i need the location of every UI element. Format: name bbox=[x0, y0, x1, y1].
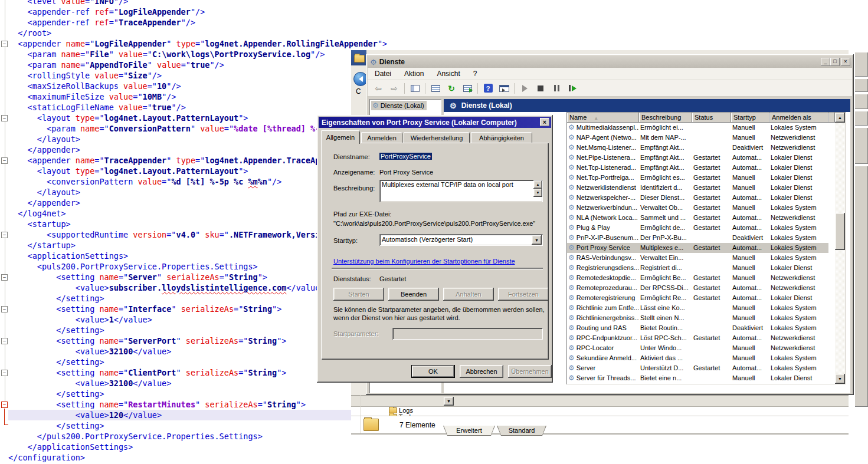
fold-toggle-icon[interactable]: − bbox=[1, 274, 8, 281]
service-name-value[interactable]: PortProxyService bbox=[379, 153, 432, 160]
service-row[interactable]: ⚙ Plug & PlayErmöglicht de...GestartetAu… bbox=[567, 223, 828, 233]
tab-allgemein[interactable]: Allgemein bbox=[321, 130, 360, 144]
service-row[interactable]: ⚙ Net.Tcp-Listenerad...Empfängt Akt...Ge… bbox=[567, 163, 828, 173]
forward-icon[interactable]: ⇨ bbox=[388, 83, 400, 94]
dropdown-button[interactable]: ▼ bbox=[444, 397, 454, 406]
service-row[interactable]: ⚙ Richtlinienergebniss...Stellt einen N.… bbox=[567, 313, 828, 323]
code-line: <param name="AppendToFile" value="true"/… bbox=[8, 60, 387, 70]
properties-icon[interactable] bbox=[430, 83, 441, 94]
stop-service-icon[interactable] bbox=[535, 83, 546, 94]
column-header-name[interactable]: Name▲ bbox=[567, 113, 639, 123]
starttype-label: Starttyp: bbox=[333, 237, 358, 244]
service-row[interactable]: ⚙ Net.Msmq-Listener...Empfängt Akt...Dea… bbox=[567, 143, 828, 153]
tree-item-label: Dienste (Lokal) bbox=[381, 102, 424, 109]
divider bbox=[361, 395, 361, 433]
menu-item-aktion[interactable]: Aktion bbox=[404, 70, 424, 78]
code-line: <maximumFileSize value="10MB"/> bbox=[8, 91, 387, 102]
fold-toggle-icon[interactable]: − bbox=[1, 370, 8, 376]
service-row[interactable]: ⚙ NetzwerklistendienstIdentifiziert d...… bbox=[567, 183, 828, 193]
explorer-window-edge bbox=[351, 433, 849, 435]
tree-item-dienste-lokal[interactable]: ⚙ Dienste (Lokal) bbox=[371, 101, 427, 110]
fold-toggle-icon[interactable]: − bbox=[1, 338, 8, 344]
service-row[interactable]: ⚙ RPC-Endpunktzuor...Löst RPC-Sch...Gest… bbox=[567, 333, 828, 343]
tab-erweitert[interactable]: Erweitert bbox=[443, 426, 495, 436]
help-icon[interactable]: ? bbox=[482, 83, 494, 94]
tab-anmelden[interactable]: Anmelden bbox=[361, 132, 402, 143]
abbrechen-button[interactable]: Abbrechen bbox=[460, 365, 503, 378]
display-name-value: Port Proxy Service bbox=[379, 169, 433, 176]
service-row[interactable]: ⚙ Port Proxy ServiceMultiplexes e...Gest… bbox=[567, 243, 828, 253]
scroll-down-icon[interactable]: ▼ bbox=[835, 374, 845, 384]
service-row[interactable]: ⚙ Registrierungsdiens...Registriert di..… bbox=[567, 263, 828, 273]
services-titlebar[interactable]: ⚙ Dienste _ □ × bbox=[368, 56, 852, 68]
starttype-value: Automatisch (Verzögerter Start) bbox=[382, 236, 473, 243]
fold-toggle-icon[interactable]: − bbox=[1, 232, 8, 238]
fold-toggle-icon[interactable]: − bbox=[1, 41, 8, 47]
fold-toggle-icon[interactable]: − bbox=[1, 115, 8, 121]
service-row[interactable]: ⚙ Remoteprozedurau...Der RPCSS-Di...Gest… bbox=[567, 283, 828, 293]
dialog-titlebar[interactable]: Eigenschaften von Port Proxy Service (Lo… bbox=[319, 117, 551, 128]
back-icon[interactable]: ⇦ bbox=[372, 83, 384, 94]
column-header-beschreibung[interactable]: Beschreibung bbox=[639, 113, 692, 123]
show-console-tree-icon[interactable] bbox=[409, 83, 421, 94]
service-row[interactable]: ⚙ NAP-Agent (Netwo...Mit dem NAP-...Manu… bbox=[567, 133, 828, 143]
column-header-status[interactable]: Status bbox=[692, 113, 731, 123]
beenden-button[interactable]: Beenden bbox=[388, 288, 439, 301]
fold-toggle-icon[interactable]: − bbox=[1, 157, 8, 164]
close-icon[interactable]: × bbox=[540, 118, 549, 126]
service-row[interactable]: ⚙ Netzwerkverbindun...Verwaltet Ob...Ges… bbox=[567, 203, 828, 213]
close-icon[interactable]: × bbox=[841, 58, 850, 66]
refresh-icon[interactable]: ↻ bbox=[446, 83, 457, 94]
service-row[interactable]: ⚙ Netzwerkspeicher-...Dieser Dienst...Ge… bbox=[567, 193, 828, 203]
service-row[interactable]: ⚙ Richtlinie zum Entfe...Lässt eine Ko..… bbox=[567, 303, 828, 313]
fold-toggle-icon[interactable]: − bbox=[1, 306, 8, 312]
startoptions-help-link[interactable]: Unterstützung beim Konfigurieren der Sta… bbox=[333, 258, 515, 265]
startparams-info-line2: wenn der Dienst von hier aus gestartet w… bbox=[333, 314, 546, 322]
scroll-up-icon[interactable]: ▲ bbox=[835, 113, 845, 123]
gear-icon: ⚙ bbox=[568, 294, 575, 302]
scroll-down-icon[interactable]: ▼ bbox=[533, 189, 542, 197]
export-list-icon[interactable] bbox=[461, 83, 473, 94]
column-header-starttyp[interactable]: Starttyp bbox=[731, 113, 769, 123]
service-row[interactable]: ⚙ ServerUnterstützt D...GestartetAutomat… bbox=[567, 363, 828, 373]
service-row[interactable]: ⚙ PnP-X-IP-Busenum...Der PnP-X-Bu...Deak… bbox=[567, 233, 828, 243]
menu-bar: Datei Aktion Ansicht ? bbox=[368, 68, 852, 80]
service-row[interactable]: ⚙ RPC-LocatorUnter Windo...ManuellNetzwe… bbox=[567, 343, 828, 353]
code-line: <maxSizeRollBackups value="10"/> bbox=[8, 81, 387, 91]
maximize-button[interactable]: □ bbox=[830, 58, 840, 66]
scroll-up-icon[interactable]: ▲ bbox=[533, 180, 542, 189]
changed-block-marker-hook bbox=[4, 424, 8, 425]
service-row[interactable]: ⚙ Server für Threads...Bietet eine n...M… bbox=[567, 373, 828, 383]
exe-path-label: Pfad zur EXE-Datei: bbox=[333, 210, 391, 218]
column-header-anmelden-als[interactable]: Anmelden als bbox=[769, 113, 828, 123]
description-field[interactable]: Multiplexes external TCP/IP data on loca… bbox=[379, 180, 543, 202]
fold-toggle-icon[interactable]: − bbox=[1, 402, 8, 408]
service-row[interactable]: ⚙ Net.Pipe-Listenera...Empfängt Akt...Ge… bbox=[567, 153, 828, 163]
menu-item-hilfe[interactable]: ? bbox=[473, 70, 477, 78]
vertical-scrollbar[interactable]: ▲ ▼ bbox=[835, 113, 845, 384]
chevron-down-icon[interactable]: ▼ bbox=[532, 235, 542, 245]
tab-standard[interactable]: Standard bbox=[497, 426, 546, 436]
tab-abhaengigkeiten[interactable]: Abhängigkeiten bbox=[471, 132, 532, 143]
start-service-icon[interactable] bbox=[519, 83, 530, 94]
extended-view-icon[interactable] bbox=[498, 83, 510, 94]
service-row[interactable]: ⚙ Remotedesktopdie...Ermöglicht Be...Ges… bbox=[567, 273, 828, 283]
menu-item-ansicht[interactable]: Ansicht bbox=[437, 70, 460, 78]
service-row[interactable]: ⚙ RemoteregistrierungErmöglicht Re...Ges… bbox=[567, 293, 828, 303]
starttype-combobox[interactable]: Automatisch (Verzögerter Start) ▼ bbox=[379, 234, 543, 246]
scrollbar-thumb[interactable] bbox=[835, 213, 845, 250]
service-row[interactable]: ⚙ Net.Tcp-Portfreiga...Ermöglicht es...G… bbox=[567, 173, 828, 183]
startparams-input[interactable] bbox=[392, 328, 543, 340]
ok-button[interactable]: OK bbox=[411, 365, 455, 378]
code-line: <appender-ref ref="LogFileAppender"/> bbox=[8, 6, 387, 17]
pause-service-icon[interactable] bbox=[551, 83, 562, 94]
minimize-button[interactable]: _ bbox=[821, 58, 830, 66]
service-row[interactable]: ⚙ RAS-Verbindungsv...Verwaltet Ein...Man… bbox=[567, 253, 828, 263]
service-row[interactable]: ⚙ Routing und RASBietet Routin...Deaktiv… bbox=[567, 323, 828, 333]
tab-wiederherstellung[interactable]: Wiederherstellung bbox=[404, 132, 470, 143]
menu-item-datei[interactable]: Datei bbox=[375, 70, 391, 78]
restart-service-icon[interactable] bbox=[566, 83, 578, 94]
service-row[interactable]: ⚙ NLA (Network Loca...Sammelt und ...Ges… bbox=[567, 213, 828, 223]
service-row[interactable]: ⚙ Multimediaklassenpl...Ermöglicht ei...… bbox=[567, 123, 828, 133]
service-row[interactable]: ⚙ Sekundäre Anmeld...Aktiviert das ...Ma… bbox=[567, 353, 828, 363]
